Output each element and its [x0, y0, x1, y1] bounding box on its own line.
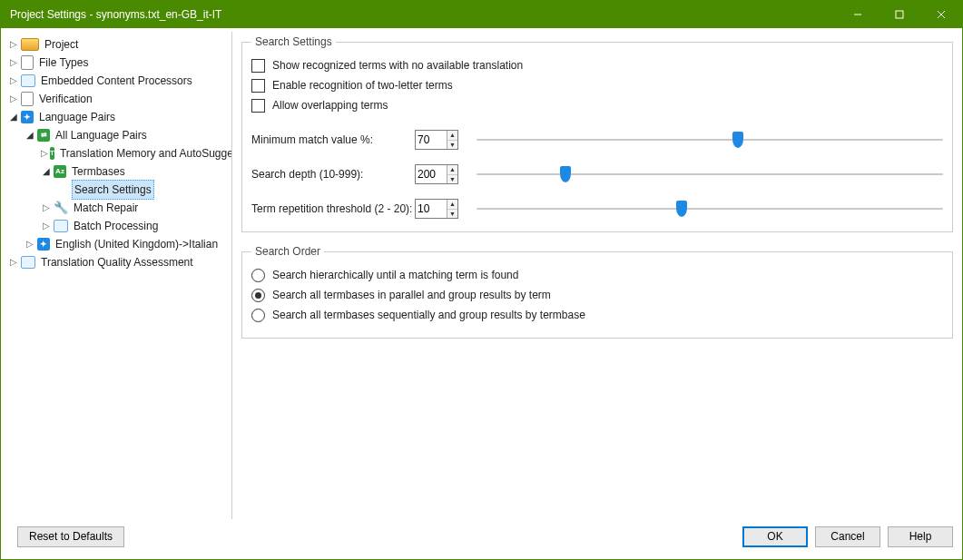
depth-field[interactable]: [416, 165, 447, 183]
rep-input[interactable]: ▲▼: [415, 199, 458, 219]
minimize-button[interactable]: [837, 1, 879, 28]
checkbox-icon: [251, 59, 265, 73]
chk-show-unrecognized[interactable]: Show recognized terms with no available …: [251, 55, 943, 75]
globe-icon: ✦: [37, 238, 50, 251]
spin-down-icon[interactable]: ▼: [447, 175, 457, 184]
termbase-icon: Az: [54, 165, 66, 178]
rep-label: Term repetition threshold (2 - 20):: [251, 202, 415, 215]
ok-button[interactable]: OK: [742, 526, 808, 547]
content-pane: Search Settings Show recognized terms wi…: [232, 28, 962, 519]
footer: Reset to Defaults OK Cancel Help: [1, 519, 962, 559]
tree-matchrepair[interactable]: ▷🔧Match Repair: [5, 199, 231, 217]
globe-icon: ✦: [21, 111, 34, 123]
tree-filetypes[interactable]: ▷File Types: [5, 54, 231, 72]
chk-two-letter[interactable]: Enable recognition of two-letter terms: [251, 75, 943, 95]
spinner[interactable]: ▲▼: [447, 165, 457, 183]
maximize-button[interactable]: [879, 1, 920, 28]
row-search-depth: Search depth (10-999): ▲▼: [251, 164, 943, 184]
radio-icon: [251, 309, 265, 322]
tm-icon: T: [50, 147, 54, 160]
radio-icon: [251, 289, 265, 302]
slider-thumb[interactable]: [732, 132, 743, 148]
nav-tree[interactable]: ▷Project ▷File Types ▷Embedded Content P…: [5, 32, 232, 519]
depth-input[interactable]: ▲▼: [415, 164, 458, 184]
spinner[interactable]: ▲▼: [447, 200, 457, 218]
cancel-button[interactable]: Cancel: [815, 526, 880, 547]
checkbox-icon: [251, 79, 265, 93]
wrench-icon: 🔧: [54, 201, 68, 215]
tree-tm[interactable]: ▷TTranslation Memory and AutoSuggest: [5, 144, 231, 162]
spin-up-icon[interactable]: ▲: [447, 200, 457, 210]
tree-all-langpairs[interactable]: ◢⇄All Language Pairs: [5, 126, 231, 144]
spin-up-icon[interactable]: ▲: [447, 131, 457, 141]
tree-verification[interactable]: ▷Verification: [5, 90, 231, 108]
search-order-legend: Search Order: [251, 245, 324, 258]
search-settings-legend: Search Settings: [251, 35, 336, 48]
slider-track: [477, 208, 943, 210]
depth-slider[interactable]: [477, 165, 943, 183]
min-match-input[interactable]: ▲▼: [415, 130, 458, 150]
window-title: Project Settings - synonyms.txt_en-GB_it…: [10, 8, 837, 21]
embed-icon: [21, 74, 35, 87]
row-min-match: Minimum match value %: ▲▼: [251, 130, 943, 150]
row-rep-threshold: Term repetition threshold (2 - 20): ▲▼: [251, 199, 943, 219]
batch-icon: [54, 220, 68, 232]
doc-icon: [21, 55, 34, 70]
help-button[interactable]: Help: [888, 526, 953, 547]
titlebar: Project Settings - synonyms.txt_en-GB_it…: [1, 1, 962, 28]
tree-tqa[interactable]: ▷Translation Quality Assessment: [5, 253, 231, 271]
spinner[interactable]: ▲▼: [447, 131, 457, 149]
min-match-slider[interactable]: [477, 131, 943, 149]
tree-embedded[interactable]: ▷Embedded Content Processors: [5, 72, 231, 90]
tree-langpairs[interactable]: ◢✦Language Pairs: [5, 108, 231, 126]
slider-thumb[interactable]: [560, 166, 571, 182]
quality-icon: [21, 256, 35, 269]
checkbox-icon: [251, 99, 265, 113]
radio-sequential[interactable]: Search all termbases sequentially and gr…: [251, 305, 943, 325]
folder-icon: [21, 38, 39, 51]
tree-termbases[interactable]: ◢AzTermbases: [5, 162, 231, 181]
close-button[interactable]: [920, 1, 962, 28]
tree-en-it[interactable]: ▷✦English (United Kingdom)->Italian: [5, 235, 231, 253]
tree-search-settings[interactable]: Search Settings: [5, 181, 231, 199]
slider-thumb[interactable]: [676, 201, 687, 217]
chk-overlap[interactable]: Allow overlapping terms: [251, 95, 943, 115]
pair-icon: ⇄: [37, 129, 50, 142]
body: ▷Project ▷File Types ▷Embedded Content P…: [1, 28, 962, 519]
spin-down-icon[interactable]: ▼: [447, 141, 457, 150]
slider-track: [477, 173, 943, 175]
radio-parallel[interactable]: Search all termbases in parallel and gro…: [251, 285, 943, 305]
min-match-field[interactable]: [416, 131, 447, 149]
tree-batch[interactable]: ▷Batch Processing: [5, 217, 231, 235]
radio-icon: [251, 269, 265, 282]
verify-icon: [21, 92, 34, 106]
spin-down-icon[interactable]: ▼: [447, 210, 457, 219]
svg-rect-1: [896, 11, 903, 18]
min-match-label: Minimum match value %:: [251, 133, 415, 146]
search-order-group: Search Order Search hierarchically until…: [241, 245, 953, 339]
reset-button[interactable]: Reset to Defaults: [17, 526, 124, 547]
rep-slider[interactable]: [477, 200, 943, 218]
tree-project[interactable]: ▷Project: [5, 35, 231, 54]
radio-hierarchical[interactable]: Search hierarchically until a matching t…: [251, 265, 943, 285]
rep-field[interactable]: [416, 200, 447, 218]
slider-track: [477, 139, 943, 141]
project-settings-window: Project Settings - synonyms.txt_en-GB_it…: [0, 0, 963, 560]
spin-up-icon[interactable]: ▲: [447, 165, 457, 175]
depth-label: Search depth (10-999):: [251, 168, 415, 181]
search-settings-group: Search Settings Show recognized terms wi…: [241, 35, 953, 232]
